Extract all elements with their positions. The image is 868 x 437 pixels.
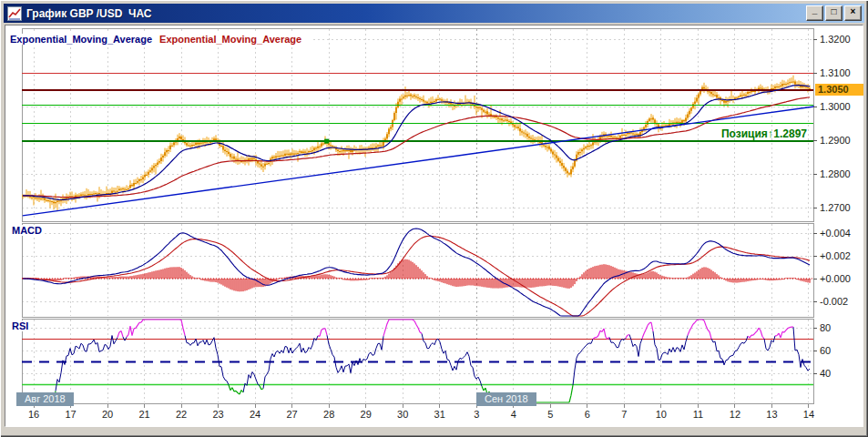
position-label: Позиция↑1.2897 xyxy=(721,127,807,140)
position-price: 1.2897 xyxy=(773,127,807,140)
chart-area[interactable] xyxy=(5,25,863,427)
current-price-badge: 1.3050 xyxy=(815,84,863,96)
rsi-panel-label: RSI xyxy=(9,320,31,331)
maximize-button[interactable]: □ xyxy=(825,5,842,21)
title-bar[interactable]: График GBP /USD ЧАС _ □ × xyxy=(4,4,864,23)
app-window: { "window": { "title": "График GBP /USD … xyxy=(0,0,868,437)
legend-ema-slow: Exponential_Moving_Average xyxy=(159,34,301,45)
indicator-legend: Exponential_Moving_AverageExponential_Mo… xyxy=(8,34,311,45)
window-title: График GBP /USD ЧАС xyxy=(26,7,804,20)
legend-ema-fast: Exponential_Moving_Average xyxy=(10,34,152,45)
month-badge: Авг 2018 xyxy=(16,392,74,406)
close-button[interactable]: × xyxy=(844,5,862,21)
macd-panel-label: MACD xyxy=(9,225,45,236)
app-chart-icon xyxy=(7,6,22,21)
minimize-button[interactable]: _ xyxy=(806,5,823,21)
month-badge: Сен 2018 xyxy=(476,392,536,406)
